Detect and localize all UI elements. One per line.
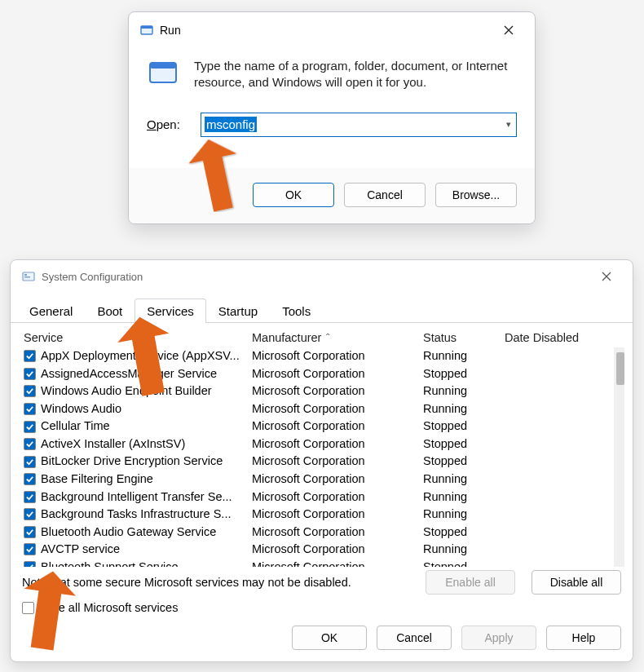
service-checkbox[interactable] — [24, 403, 36, 415]
service-name: Cellular Time — [41, 418, 110, 435]
tab-startup[interactable]: Startup — [206, 298, 270, 323]
service-name: AppX Deployment Service (AppXSV... — [41, 348, 240, 365]
table-row[interactable]: AVCTP serviceMicrosoft CorporationRunnin… — [19, 541, 624, 559]
service-manufacturer: Microsoft Corporation — [252, 401, 423, 418]
hide-ms-checkbox[interactable] — [22, 602, 34, 614]
service-checkbox[interactable] — [24, 526, 36, 538]
disable-all-button[interactable]: Disable all — [532, 570, 621, 595]
service-status: Stopped — [423, 524, 505, 541]
service-status: Stopped — [423, 436, 505, 453]
service-name: Background Intelligent Transfer Se... — [41, 489, 232, 506]
service-manufacturer: Microsoft Corporation — [252, 471, 423, 488]
service-status: Running — [423, 383, 505, 400]
service-checkbox[interactable] — [24, 456, 36, 468]
service-name: Windows Audio Endpoint Builder — [41, 383, 212, 400]
run-ok-button[interactable]: OK — [253, 183, 334, 207]
service-manufacturer: Microsoft Corporation — [252, 436, 423, 453]
scrollbar-track[interactable] — [614, 347, 624, 567]
sc-app-icon — [22, 270, 35, 283]
table-row[interactable]: Windows AudioMicrosoft CorporationRunnin… — [19, 400, 624, 418]
enable-all-button[interactable]: Enable all — [426, 570, 515, 595]
hide-ms-label: Hide all Microsoft services — [41, 601, 178, 614]
run-body: Type the name of a program, folder, docu… — [129, 46, 535, 137]
svg-rect-3 — [150, 63, 176, 69]
service-manufacturer: Microsoft Corporation — [252, 542, 423, 558]
service-status: Stopped — [423, 559, 505, 567]
sc-close-button[interactable] — [589, 267, 624, 286]
service-checkbox[interactable] — [24, 368, 36, 380]
service-checkbox[interactable] — [24, 543, 36, 555]
run-title: Run — [160, 24, 491, 37]
run-description: Type the name of a program, folder, docu… — [194, 56, 517, 91]
service-manufacturer: Microsoft Corporation — [252, 506, 423, 523]
close-icon — [602, 272, 611, 281]
run-open-input[interactable]: msconfig ▾ — [201, 113, 517, 137]
service-checkbox[interactable] — [24, 561, 36, 567]
service-status: Running — [423, 489, 505, 506]
service-name: AVCTP service — [41, 542, 120, 558]
sc-note-row: Note that some secure Microsoft services… — [11, 568, 633, 595]
col-status: Status — [423, 331, 505, 344]
service-name: Bluetooth Support Service — [41, 559, 178, 567]
sc-list-area: Service Manufacturer⌃ Status Date Disabl… — [19, 328, 624, 567]
service-status: Stopped — [423, 418, 505, 435]
run-button-bar: OK Cancel Browse... — [129, 168, 535, 223]
service-manufacturer: Microsoft Corporation — [252, 453, 423, 470]
table-row[interactable]: Background Tasks Infrastructure S...Micr… — [19, 506, 624, 524]
service-manufacturer: Microsoft Corporation — [252, 524, 423, 541]
table-row[interactable]: Cellular TimeMicrosoft CorporationStoppe… — [19, 418, 624, 435]
service-status: Running — [423, 471, 505, 488]
run-titlebar: Run — [129, 12, 535, 46]
sc-column-headers[interactable]: Service Manufacturer⌃ Status Date Disabl… — [19, 328, 624, 347]
service-checkbox[interactable] — [24, 385, 36, 397]
table-row[interactable]: ActiveX Installer (AxInstSV)Microsoft Co… — [19, 435, 624, 453]
service-manufacturer: Microsoft Corporation — [252, 366, 423, 382]
table-row[interactable]: Bluetooth Support ServiceMicrosoft Corpo… — [19, 559, 624, 567]
sc-titlebar: System Configuration — [11, 260, 633, 291]
tab-services[interactable]: Services — [135, 298, 206, 323]
table-row[interactable]: Windows Audio Endpoint BuilderMicrosoft … — [19, 382, 624, 400]
close-icon — [504, 25, 514, 35]
service-manufacturer: Microsoft Corporation — [252, 559, 423, 567]
sc-rows-container[interactable]: AppX Deployment Service (AppXSV...Micros… — [19, 347, 624, 567]
service-status: Running — [423, 401, 505, 418]
run-input-row: Open: msconfig ▾ — [147, 113, 517, 137]
scrollbar-thumb[interactable] — [616, 352, 624, 385]
run-browse-button[interactable]: Browse... — [435, 183, 517, 207]
tab-boot[interactable]: Boot — [85, 298, 135, 323]
tab-tools[interactable]: Tools — [270, 298, 323, 323]
service-status: Stopped — [423, 453, 505, 470]
run-top-row: Type the name of a program, folder, docu… — [147, 56, 517, 91]
table-row[interactable]: AssignedAccessManager ServiceMicrosoft C… — [19, 365, 624, 383]
sort-caret-icon: ⌃ — [324, 332, 331, 341]
sc-title: System Configuration — [42, 271, 589, 283]
sc-hide-row: Hide all Microsoft services — [11, 595, 633, 619]
table-row[interactable]: Base Filtering EngineMicrosoft Corporati… — [19, 471, 624, 489]
service-checkbox[interactable] — [24, 438, 36, 450]
sc-ok-button[interactable]: OK — [292, 626, 367, 650]
service-checkbox[interactable] — [24, 421, 36, 433]
service-name: Base Filtering Engine — [41, 471, 153, 488]
sc-apply-button[interactable]: Apply — [461, 626, 536, 650]
service-name: BitLocker Drive Encryption Service — [41, 453, 223, 470]
table-row[interactable]: Bluetooth Audio Gateway ServiceMicrosoft… — [19, 524, 624, 542]
chevron-down-icon[interactable]: ▾ — [506, 119, 511, 130]
run-cancel-button[interactable]: Cancel — [344, 183, 426, 207]
table-row[interactable]: BitLocker Drive Encryption ServiceMicros… — [19, 453, 624, 471]
table-row[interactable]: AppX Deployment Service (AppXSV...Micros… — [19, 347, 624, 365]
sc-help-button[interactable]: Help — [546, 626, 621, 650]
system-configuration-window: System Configuration General Boot Servic… — [10, 259, 633, 662]
service-name: AssignedAccessManager Service — [41, 366, 217, 382]
service-name: Background Tasks Infrastructure S... — [41, 506, 231, 523]
tab-general[interactable]: General — [17, 298, 85, 323]
service-checkbox[interactable] — [24, 350, 36, 362]
run-close-button[interactable] — [491, 19, 527, 42]
service-checkbox[interactable] — [24, 508, 36, 520]
col-service: Service — [24, 331, 252, 344]
table-row[interactable]: Background Intelligent Transfer Se...Mic… — [19, 489, 624, 506]
service-checkbox[interactable] — [24, 473, 36, 485]
service-checkbox[interactable] — [24, 491, 36, 503]
sc-cancel-button[interactable]: Cancel — [377, 626, 452, 650]
run-dialog: Run Type the name of a program, folder, … — [128, 11, 536, 224]
run-app-icon — [140, 24, 153, 37]
